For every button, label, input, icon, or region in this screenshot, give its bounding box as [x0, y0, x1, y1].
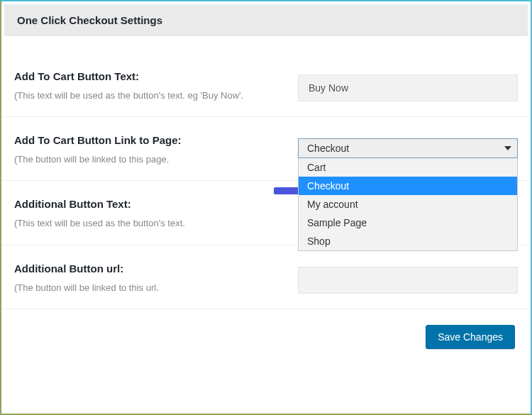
additional-url-label: Additional Button url: — [14, 262, 287, 275]
additional-text-label: Additional Button Text: — [14, 198, 287, 210]
add-to-cart-link-label: Add To Cart Button Link to Page: — [14, 134, 287, 146]
dropdown-option-my-account[interactable]: My account — [299, 195, 517, 214]
add-to-cart-link-select[interactable]: Checkout Cart Checkout My account Sample… — [298, 138, 518, 158]
select-dropdown: Cart Checkout My account Sample Page Sho… — [298, 158, 518, 251]
select-value: Checkout — [307, 143, 349, 154]
save-button[interactable]: Save Changes — [426, 325, 515, 349]
add-to-cart-link-help: (The button will be linked to this page. — [14, 153, 287, 166]
add-to-cart-text-help: (This text will be used as the button's … — [14, 89, 287, 102]
add-to-cart-text-label: Add To Cart Button Text: — [14, 70, 287, 82]
dropdown-option-cart[interactable]: Cart — [299, 158, 517, 177]
select-display[interactable]: Checkout — [298, 138, 518, 158]
additional-url-input[interactable] — [298, 267, 518, 294]
add-to-cart-text-input[interactable] — [298, 74, 518, 101]
field-add-to-cart-text: Add To Cart Button Text: (This text will… — [1, 36, 531, 117]
field-additional-url: Additional Button url: (The button will … — [1, 245, 531, 309]
field-add-to-cart-link: Add To Cart Button Link to Page: (The bu… — [1, 117, 531, 181]
settings-title: One Click Checkout Settings — [17, 14, 515, 26]
chevron-down-icon — [504, 146, 511, 150]
dropdown-option-shop[interactable]: Shop — [299, 232, 517, 250]
additional-url-help: (The button will be linked to this url. — [14, 282, 287, 294]
settings-header: One Click Checkout Settings — [4, 4, 528, 36]
dropdown-option-checkout[interactable]: Checkout — [299, 177, 517, 195]
dropdown-option-sample-page[interactable]: Sample Page — [299, 214, 517, 232]
settings-form: Add To Cart Button Text: (This text will… — [1, 36, 531, 349]
additional-text-help: (This text will be used as the button's … — [14, 217, 287, 230]
form-actions: Save Changes — [1, 309, 531, 349]
